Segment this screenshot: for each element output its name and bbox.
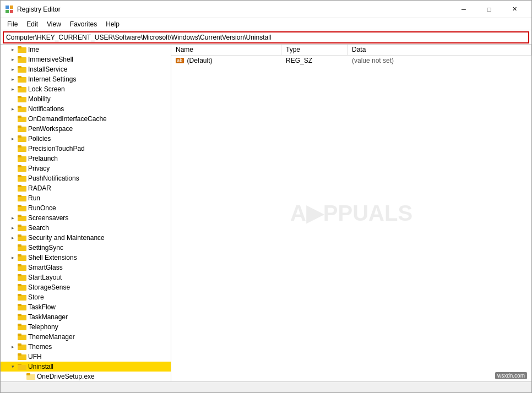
close-button[interactable]: ✕ xyxy=(502,1,527,18)
tree-item-radar[interactable]: RADAR xyxy=(1,183,171,193)
menu-item-help[interactable]: Help xyxy=(101,19,124,29)
registry-editor-window: Registry Editor ─ □ ✕ FileEditViewFavori… xyxy=(0,0,532,393)
tree-label-radar: RADAR xyxy=(28,184,51,192)
expand-btn-installservice[interactable]: ▸ xyxy=(9,66,16,73)
expand-btn-taskflow xyxy=(9,304,16,310)
tree-item-taskflow[interactable]: TaskFlow xyxy=(1,302,171,312)
expand-btn-lockscreen[interactable]: ▸ xyxy=(9,86,16,92)
expand-btn-storagesense xyxy=(9,284,16,291)
tree-item-search[interactable]: ▸ Search xyxy=(1,223,171,233)
tree-item-thememanager[interactable]: ThemeManager xyxy=(1,332,171,342)
tree-item-taskmanager[interactable]: TaskManager xyxy=(1,312,171,322)
tree-label-immersiveshell: ImmersiveShell xyxy=(28,56,73,63)
svg-rect-59 xyxy=(18,314,21,316)
expand-btn-policies[interactable]: ▸ xyxy=(9,135,16,142)
menu-item-favorites[interactable]: Favorites xyxy=(66,19,101,29)
tree-item-mobility[interactable]: Mobility xyxy=(1,94,171,104)
tree-item-telephony[interactable]: Telephony xyxy=(1,322,171,332)
tree-label-installservice: InstallService xyxy=(28,66,67,73)
svg-rect-41 xyxy=(18,225,21,227)
tree-label-notifications: Notifications xyxy=(28,105,64,113)
tree-label-securityandmaintenance: Security and Maintenance xyxy=(28,234,105,242)
tree-label-internetsettings: Internet Settings xyxy=(28,75,76,83)
tree-item-uninstall[interactable]: ▾ Uninstall xyxy=(1,362,171,372)
tree-item-settingsync[interactable]: SettingSync xyxy=(1,243,171,253)
tree-item-storagesense[interactable]: StorageSense xyxy=(1,282,171,292)
expand-btn-radar xyxy=(9,185,16,192)
tree-item-store[interactable]: Store xyxy=(1,292,171,302)
svg-rect-55 xyxy=(18,294,21,296)
svg-rect-17 xyxy=(18,106,21,108)
reg-name-text: (Default) xyxy=(187,57,213,64)
tree-item-prelaunch[interactable]: Prelaunch xyxy=(1,154,171,163)
expand-btn-ime[interactable]: ▸ xyxy=(9,46,16,53)
svg-rect-19 xyxy=(18,116,21,118)
tree-item-privacy[interactable]: Privacy xyxy=(1,163,171,173)
tree-item-ime[interactable]: ▸ Ime xyxy=(1,45,171,54)
expand-btn-immersiveshell[interactable]: ▸ xyxy=(9,56,16,63)
tree-label-pushnotifications: PushNotifications xyxy=(28,174,79,182)
tree-panel[interactable]: ▸ Ime▸ ImmersiveShell▸ InstallService▸ I… xyxy=(1,45,171,381)
folder-icon-precisiontouchpad xyxy=(18,145,26,152)
expand-btn-uninstall[interactable]: ▾ xyxy=(9,363,16,370)
tree-item-shellextensions[interactable]: ▸ Shell Extensions xyxy=(1,253,171,263)
tree-label-prelaunch: Prelaunch xyxy=(28,155,58,162)
tree-item-ondemandinterfacecache[interactable]: OnDemandInterfaceCache xyxy=(1,114,171,124)
folder-icon-immersiveshell xyxy=(18,56,26,63)
svg-rect-33 xyxy=(18,185,21,187)
tree-item-smartglass[interactable]: SmartGlass xyxy=(1,263,171,272)
tree-item-pushnotifications[interactable]: PushNotifications xyxy=(1,173,171,183)
expand-btn-store xyxy=(9,294,16,301)
tree-label-storagesense: StorageSense xyxy=(28,283,70,291)
tree-label-ufh: UFH xyxy=(28,353,42,361)
tree-label-taskmanager: TaskManager xyxy=(28,313,68,321)
expand-btn-precisiontouchpad xyxy=(9,145,16,152)
svg-rect-29 xyxy=(18,165,21,167)
tree-item-startlayout[interactable]: StartLayout xyxy=(1,272,171,282)
tree-item-onedrivesetup[interactable]: OneDriveSetup.exe xyxy=(1,372,171,381)
svg-rect-67 xyxy=(18,353,21,356)
expand-btn-search[interactable]: ▸ xyxy=(9,225,16,231)
menu-item-edit[interactable]: Edit xyxy=(22,19,42,29)
expand-btn-notifications[interactable]: ▸ xyxy=(9,106,16,112)
window-title: Registry Editor xyxy=(17,6,451,13)
menu-item-file[interactable]: File xyxy=(3,19,22,29)
svg-marker-71 xyxy=(18,365,26,370)
tree-item-precisiontouchpad[interactable]: PrecisionTouchPad xyxy=(1,144,171,154)
address-input[interactable] xyxy=(3,31,529,43)
expand-btn-screensavers[interactable]: ▸ xyxy=(9,215,16,221)
col-header-name: Name xyxy=(171,45,281,55)
minimize-button[interactable]: ─ xyxy=(451,1,476,18)
registry-content[interactable]: ab(Default)REG_SZ(value not set) xyxy=(171,56,531,381)
expand-btn-themes[interactable]: ▸ xyxy=(9,343,16,350)
tree-item-run[interactable]: Run xyxy=(1,193,171,203)
folder-icon-settingsync xyxy=(18,244,26,252)
svg-rect-53 xyxy=(18,284,21,286)
expand-btn-shellextensions[interactable]: ▸ xyxy=(9,254,16,261)
tree-item-securityandmaintenance[interactable]: ▸ Security and Maintenance xyxy=(1,233,171,243)
menu-item-view[interactable]: View xyxy=(42,19,66,29)
tree-label-shellextensions: Shell Extensions xyxy=(28,254,77,261)
folder-icon-thememanager xyxy=(18,333,26,341)
expand-btn-pushnotifications xyxy=(9,175,16,182)
registry-row[interactable]: ab(Default)REG_SZ(value not set) xyxy=(171,56,531,66)
tree-item-internetsettings[interactable]: ▸ Internet Settings xyxy=(1,74,171,84)
tree-item-ufh[interactable]: UFH xyxy=(1,352,171,362)
maximize-button[interactable]: □ xyxy=(476,1,502,18)
tree-item-policies[interactable]: ▸ Policies xyxy=(1,134,171,144)
tree-item-installservice[interactable]: ▸ InstallService xyxy=(1,64,171,74)
expand-btn-run xyxy=(9,195,16,201)
menu-bar: FileEditViewFavoritesHelp xyxy=(1,18,531,30)
expand-btn-securityandmaintenance[interactable]: ▸ xyxy=(9,234,16,241)
tree-item-notifications[interactable]: ▸ Notifications xyxy=(1,104,171,114)
tree-item-lockscreen[interactable]: ▸ Lock Screen xyxy=(1,84,171,94)
tree-item-penworkspace[interactable]: PenWorkspace xyxy=(1,124,171,134)
svg-rect-47 xyxy=(18,254,21,256)
tree-item-runonce[interactable]: RunOnce xyxy=(1,203,171,213)
expand-btn-internetsettings[interactable]: ▸ xyxy=(9,76,16,83)
folder-icon-storagesense xyxy=(18,283,26,291)
tree-item-screensavers[interactable]: ▸ Screensavers xyxy=(1,213,171,223)
tree-item-themes[interactable]: ▸ Themes xyxy=(1,342,171,352)
tree-label-mobility: Mobility xyxy=(28,95,51,103)
tree-item-immersiveshell[interactable]: ▸ ImmersiveShell xyxy=(1,54,171,64)
